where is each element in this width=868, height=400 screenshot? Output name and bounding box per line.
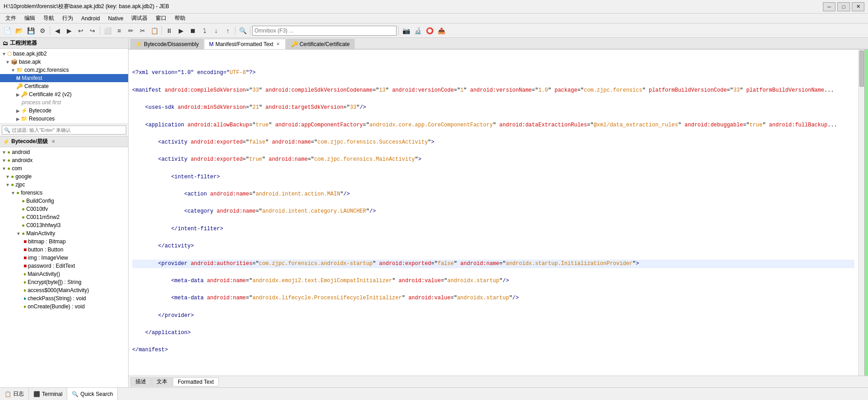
editor-scrollbar[interactable] — [858, 50, 864, 376]
tree-access[interactable]: ♦ access$000(MainActivity) — [0, 286, 128, 294]
tree-password[interactable]: ■ password : EditText — [0, 262, 128, 270]
tree-item-root[interactable]: ▼ ⬡ base.apk.jdb2 — [0, 50, 128, 58]
tree-checkpass[interactable]: ♦ checkPass(String) : void — [0, 294, 128, 302]
bottom-tab-describe[interactable]: 描述 — [130, 377, 151, 386]
toolbar-icon1[interactable]: 📷 — [401, 25, 411, 36]
toolbar-play[interactable]: ▶ — [175, 25, 186, 36]
ctor-icon: ♦ — [23, 271, 26, 277]
menu-help[interactable]: 帮助 — [171, 14, 189, 23]
close-button[interactable]: ✕ — [852, 2, 864, 11]
bottom-tab-text[interactable]: 文本 — [152, 377, 172, 386]
bytecode-tree[interactable]: ▼ ● android ▼ ● androidx ▼ ● com — [0, 147, 128, 387]
manifest-icon: M — [16, 75, 20, 81]
menu-edit[interactable]: 编辑 — [21, 14, 39, 23]
com-icon: ● — [7, 165, 10, 172]
right-panel: ⚡ Bytecode/Disassembly M Manifest/Format… — [129, 38, 868, 387]
tree-forensics[interactable]: ▼ ● forensics — [0, 189, 128, 197]
img-icon: ■ — [23, 255, 27, 261]
bitmap-icon: ■ — [23, 238, 27, 245]
tree-c0011[interactable]: ● C0011m5nw2 — [0, 213, 128, 221]
toolbar-save[interactable]: 💾 — [25, 25, 36, 36]
menu-window[interactable]: 窗口 — [152, 14, 170, 23]
cert2-icon: 🔑 — [21, 91, 28, 98]
toolbar-forward[interactable]: ▶ — [64, 25, 74, 36]
tree-button[interactable]: ■ button : Button — [0, 246, 128, 254]
bytecode-panel-title: Bytecode/层级 — [11, 138, 48, 145]
scrollbar-thumb[interactable] — [859, 51, 864, 87]
tree-oncreate[interactable]: ♦ onCreate(Bundle) : void — [0, 302, 128, 311]
tab-cert-icon: 🔑 — [291, 41, 298, 47]
tree-item-cert[interactable]: 🔑 Certificate — [0, 82, 128, 90]
toolbar-undo[interactable]: ↩ — [75, 25, 86, 36]
toolbar-step-in[interactable]: ↓ — [211, 25, 222, 36]
toolbar-settings[interactable]: ⚙ — [37, 25, 48, 36]
tab-bytecode-disassembly[interactable]: ⚡ Bytecode/Disassembly — [130, 39, 203, 49]
menu-file[interactable]: 文件 — [2, 14, 20, 23]
tree-item-resources[interactable]: ▶ 📁 Resources — [0, 115, 128, 123]
toolbar-open[interactable]: 📂 — [14, 25, 24, 36]
project-tree[interactable]: ▼ ⬡ base.apk.jdb2 ▼ 📦 base.apk ▼ 📁 com.z… — [0, 49, 128, 124]
editor-content[interactable]: <?xml version="1.0" encoding="UTF-8"?> <… — [129, 50, 858, 376]
quicksearch-icon: 🔍 — [72, 391, 78, 397]
label-password: password : EditText — [28, 263, 75, 269]
toolbar-menu[interactable]: ≡ — [114, 25, 125, 36]
toolbar-icon3[interactable]: ⭕ — [424, 25, 435, 36]
menu-native[interactable]: Native — [104, 14, 127, 23]
sep3 — [162, 26, 162, 35]
panel-tab-terminal[interactable]: ⬛ Terminal — [29, 388, 67, 400]
tree-google[interactable]: ▼ ● google — [0, 172, 128, 181]
tree-c0013[interactable]: ● C0013hhfwyl3 — [0, 221, 128, 229]
tree-c0010[interactable]: ● C0010tfv — [0, 205, 128, 213]
toolbar-search[interactable]: 🔍 — [237, 25, 248, 36]
toolbar-cut[interactable]: ✂ — [137, 25, 148, 36]
menu-nav[interactable]: 导航 — [40, 14, 58, 23]
tree-item-bytecode-node[interactable]: ▶ ⚡ Bytecode — [0, 107, 128, 115]
tree-encrypt[interactable]: ♦ Encrypt(byte[]) : String — [0, 278, 128, 286]
maximize-button[interactable]: □ — [837, 2, 850, 11]
tree-item-apk[interactable]: ▼ 📦 base.apk — [0, 58, 128, 66]
tab-manifest-close[interactable]: ✕ — [275, 42, 281, 47]
tab-manifest[interactable]: M Manifest/Formatted Text ✕ — [204, 39, 286, 49]
omnibox-input[interactable] — [252, 26, 397, 36]
panel-tab-log[interactable]: 📋 日志 — [0, 388, 29, 400]
bytecode-panel: ⚡ Bytecode/层级 ✕ ▼ ● android ▼ ● androidx — [0, 136, 128, 387]
tree-mainactivity[interactable]: ▼ ● MainActivity — [0, 229, 128, 237]
toolbar-back[interactable]: ◀ — [52, 25, 63, 36]
panel-tab-quicksearch[interactable]: 🔍 Quick Search — [67, 388, 118, 400]
toolbar-edit[interactable]: ✏ — [125, 25, 136, 36]
toolbar-new[interactable]: 📄 — [2, 25, 13, 36]
tree-img[interactable]: ■ img : ImageView — [0, 254, 128, 262]
tree-item-package[interactable]: ▼ 📁 com.zjpc.forensics — [0, 66, 128, 74]
tree-item-cert2[interactable]: ▶ 🔑 Certificate #2 (v2) — [0, 90, 128, 98]
menu-debugger[interactable]: 调试器 — [128, 14, 151, 23]
filter-input[interactable] — [2, 126, 126, 135]
tab-certificate[interactable]: 🔑 Certificate/Certificate — [286, 39, 355, 49]
toolbar-redo[interactable]: ↪ — [87, 25, 98, 36]
main-layout: 🗂 工程浏览器 ▼ ⬡ base.apk.jdb2 ▼ 📦 base.apk — [0, 38, 868, 387]
bytecode-panel-close[interactable]: ✕ — [51, 139, 55, 144]
menu-android[interactable]: Android — [78, 14, 103, 23]
menu-action[interactable]: 行为 — [59, 14, 77, 23]
filter-bar — [0, 124, 128, 136]
toolbar-paste[interactable]: 📋 — [149, 25, 160, 36]
toolbar-pause[interactable]: ⏸ — [164, 25, 175, 36]
left-panel: 🗂 工程浏览器 ▼ ⬡ base.apk.jdb2 ▼ 📦 base.apk — [0, 38, 129, 387]
label-google: google — [15, 173, 32, 180]
tree-androidx[interactable]: ▼ ● androidx — [0, 156, 128, 164]
tree-android[interactable]: ▼ ● android — [0, 148, 128, 156]
minimize-button[interactable]: ─ — [823, 2, 836, 11]
toolbar-icon4[interactable]: 📤 — [436, 25, 447, 36]
arrow-com: ▼ — [2, 166, 6, 171]
toolbar-icon2[interactable]: 🔬 — [412, 25, 423, 36]
toolbar-step-out[interactable]: ↑ — [222, 25, 233, 36]
bottom-tab-formatted[interactable]: Formatted Text — [173, 377, 219, 386]
tree-buildconfig[interactable]: ● BuildConfig — [0, 197, 128, 205]
tree-bitmap[interactable]: ■ bitmap : Bitmap — [0, 237, 128, 246]
tree-mainactivity-ctor[interactable]: ♦ MainActivity() — [0, 270, 128, 278]
tree-com[interactable]: ▼ ● com — [0, 164, 128, 172]
toolbar-stop[interactable]: ⏹ — [187, 25, 198, 36]
toolbar-step-over[interactable]: ⤵ — [199, 25, 210, 36]
tree-zjpc[interactable]: ▼ ● zjpc — [0, 181, 128, 189]
tree-item-manifest[interactable]: M Manifest — [0, 74, 128, 82]
toolbar-select[interactable]: ⬜ — [102, 25, 113, 36]
